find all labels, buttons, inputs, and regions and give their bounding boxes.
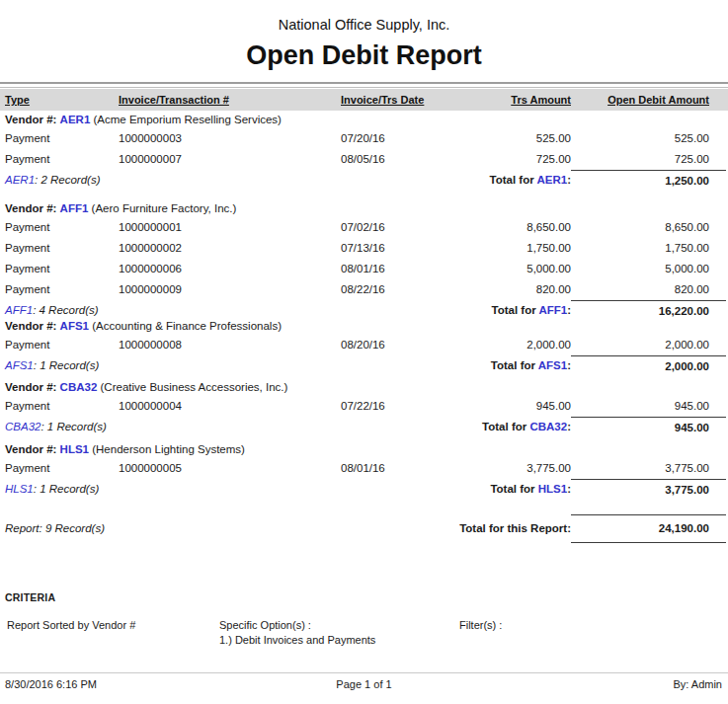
cell-invoice-number: 1000000002 (119, 238, 341, 259)
vendor-code-link[interactable]: AER1 (536, 174, 567, 186)
table-row: Payment100000000407/22/16945.00945.00 (0, 396, 728, 417)
vendor-code-link[interactable]: HLS1 (5, 483, 34, 495)
vendor-header-line: Vendor #: AFS1 (Accounting & Finance Pro… (0, 317, 728, 335)
vendor-rows: Payment100000000808/20/162,000.002,000.0… (0, 335, 728, 355)
cell-invoice-number: 1000000003 (119, 128, 341, 149)
cell-trs-amount: 1,750.00 (425, 238, 571, 259)
column-header-type: Type (5, 89, 119, 111)
column-header-invoice: Invoice/Transaction # (119, 89, 341, 111)
cell-trs-amount: 525.00 (425, 128, 571, 149)
column-header-trs-amount: Trs Amount (425, 89, 571, 111)
footer-generated-by: By: Admin (673, 678, 722, 690)
table-row: Payment100000000307/20/16525.00525.00 (0, 128, 728, 149)
vendor-code-link[interactable]: AFS1 (60, 320, 89, 332)
vendor-total-label: Total for CBA32: (425, 417, 571, 437)
footer-page-number: Page 1 of 1 (0, 678, 728, 690)
cell-open-debit-amount: 820.00 (571, 279, 726, 300)
vendor-header-line: Vendor #: CBA32 (Creative Business Acces… (0, 378, 728, 396)
table-row: Payment100000000908/22/16820.00820.00 (0, 279, 728, 300)
cell-invoice-number: 1000000007 (119, 149, 341, 170)
table-row: Payment100000000808/20/162,000.002,000.0… (0, 335, 728, 355)
table-row: Payment100000000508/01/163,775.003,775.0… (0, 458, 728, 479)
vendor-name: (Creative Business Accessories, Inc.) (101, 381, 288, 393)
vendor-total-amount: 2,000.00 (571, 355, 726, 377)
vendor-section: Vendor #: AFS1 (Accounting & Finance Pro… (0, 317, 728, 376)
cell-type: Payment (5, 458, 119, 479)
header-divider-top (0, 82, 728, 84)
vendor-code-link[interactable]: AFF1 (5, 304, 33, 316)
cell-type: Payment (5, 217, 119, 238)
cell-invoice-number: 1000000005 (119, 458, 341, 479)
cell-type: Payment (5, 396, 119, 417)
cell-trs-amount: 3,775.00 (425, 458, 571, 479)
cell-trs-amount: 8,650.00 (425, 217, 571, 238)
vendor-name: (Acme Emporium Reselling Services) (94, 114, 282, 125)
vendor-rows: Payment100000000107/02/168,650.008,650.0… (0, 217, 728, 300)
vendor-code-link[interactable]: AFF1 (60, 202, 89, 214)
vendor-code-link[interactable]: AFS1 (538, 359, 567, 371)
vendor-record-count: CBA32: 1 Record(s) (5, 417, 331, 437)
vendor-code-link[interactable]: AFF1 (538, 304, 567, 316)
table-row: Payment100000000708/05/16725.00725.00 (0, 149, 728, 170)
vendor-rows: Payment100000000407/22/16945.00945.00 (0, 396, 728, 417)
cell-open-debit-amount: 5,000.00 (571, 259, 726, 279)
vendor-total-amount: 1,250.00 (571, 170, 726, 192)
vendor-total-amount: 3,775.00 (571, 479, 726, 501)
vendor-total-label: Total for AFS1: (425, 355, 571, 376)
vendor-code-link[interactable]: AER1 (60, 114, 91, 125)
vendor-code-link[interactable]: AFS1 (5, 359, 34, 371)
vendor-section: Vendor #: AFF1 (Aero Furniture Factory, … (0, 199, 728, 321)
vendor-label: Vendor #: (5, 114, 56, 125)
vendor-rows: Payment100000000508/01/163,775.003,775.0… (0, 458, 728, 479)
criteria-specific-options-label: Specific Option(s) : (219, 619, 311, 631)
criteria-specific-option-item: 1.) Debit Invoices and Payments (219, 634, 375, 646)
table-row: Payment100000000608/01/165,000.005,000.0… (0, 259, 728, 279)
cell-type: Payment (5, 279, 119, 300)
cell-invoice-number: 1000000006 (119, 259, 341, 279)
vendor-section: Vendor #: HLS1 (Henderson Lighting Syste… (0, 440, 728, 500)
column-header-row: Type Invoice/Transaction # Invoice/Trs D… (0, 89, 728, 111)
cell-trs-amount: 725.00 (425, 149, 571, 170)
header-divider-bottom (0, 87, 728, 88)
cell-open-debit-amount: 1,750.00 (571, 238, 726, 259)
report-total-amount: 24,190.00 (571, 514, 726, 543)
vendor-label: Vendor #: (5, 320, 56, 332)
vendor-code-link[interactable]: HLS1 (60, 443, 89, 455)
vendor-code-link[interactable]: AER1 (5, 174, 35, 186)
criteria-heading: CRITERIA (5, 591, 55, 603)
vendor-name: (Henderson Lighting Systems) (92, 443, 245, 455)
cell-trs-amount: 820.00 (425, 279, 571, 300)
criteria-sorted-by: Report Sorted by Vendor # (7, 619, 135, 631)
vendor-header-line: Vendor #: AER1 (Acme Emporium Reselling … (0, 111, 728, 128)
vendor-code-link[interactable]: CBA32 (529, 421, 567, 432)
report-summary-row: Report: 9 Record(s) Total for this Repor… (0, 514, 728, 543)
vendor-header-line: Vendor #: AFF1 (Aero Furniture Factory, … (0, 199, 728, 217)
cell-invoice-number: 1000000008 (119, 335, 341, 355)
cell-type: Payment (5, 259, 119, 279)
vendor-record-count: HLS1: 1 Record(s) (5, 479, 331, 500)
vendor-record-count: AER1: 2 Record(s) (5, 170, 331, 191)
vendor-header-line: Vendor #: HLS1 (Henderson Lighting Syste… (0, 440, 728, 458)
page-title: Open Debit Report (0, 40, 728, 71)
vendor-total-label: Total for HLS1: (425, 479, 571, 500)
cell-open-debit-amount: 2,000.00 (571, 335, 726, 355)
vendor-total-amount: 945.00 (571, 417, 726, 438)
table-row: Payment100000000107/02/168,650.008,650.0… (0, 217, 728, 238)
vendor-record-count: AFS1: 1 Record(s) (5, 355, 331, 376)
report-total-label: Total for this Report: (425, 514, 571, 543)
vendor-code-link[interactable]: HLS1 (538, 483, 567, 495)
vendor-total-row: HLS1: 1 Record(s) Total for HLS1: 3,775.… (0, 479, 728, 500)
vendor-code-link[interactable]: CBA32 (5, 421, 40, 432)
cell-open-debit-amount: 8,650.00 (571, 217, 726, 238)
vendor-name: (Aero Furniture Factory, Inc.) (92, 202, 237, 214)
cell-type: Payment (5, 238, 119, 259)
company-name: National Office Supply, Inc. (0, 17, 728, 33)
vendor-total-label: Total for AER1: (425, 170, 571, 191)
vendor-code-link[interactable]: CBA32 (60, 381, 98, 393)
cell-type: Payment (5, 149, 119, 170)
vendor-section: Vendor #: AER1 (Acme Emporium Reselling … (0, 111, 728, 191)
vendor-total-row: AFS1: 1 Record(s) Total for AFS1: 2,000.… (0, 355, 728, 376)
vendor-total-row: CBA32: 1 Record(s) Total for CBA32: 945.… (0, 417, 728, 437)
column-header-open-debit: Open Debit Amount (571, 89, 726, 111)
report-page: National Office Supply, Inc. Open Debit … (0, 0, 728, 704)
